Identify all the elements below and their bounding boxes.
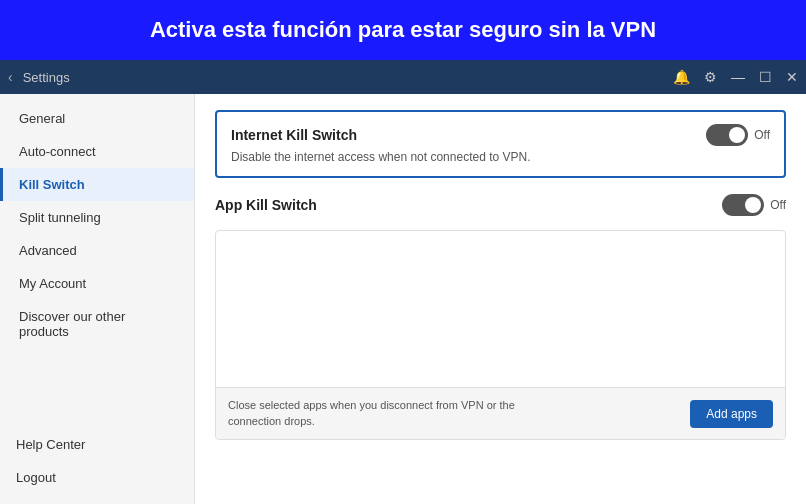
settings-icon[interactable]: ⚙ <box>704 69 717 85</box>
app-kill-switch-toggle[interactable] <box>722 194 764 216</box>
sidebar-item-split-tunneling[interactable]: Split tunneling <box>0 201 194 234</box>
internet-kill-switch-row: Internet Kill Switch Off Disable the int… <box>215 110 786 178</box>
internet-kill-switch-toggle-container: Off <box>706 124 770 146</box>
sidebar-item-discover[interactable]: Discover our other products <box>0 300 194 348</box>
app-kill-switch-toggle-container: Off <box>722 194 786 216</box>
minimize-icon[interactable]: — <box>731 69 745 85</box>
sidebar-item-auto-connect[interactable]: Auto-connect <box>0 135 194 168</box>
internet-kill-switch-title: Internet Kill Switch <box>231 127 357 143</box>
app-kill-switch-toggle-label: Off <box>770 198 786 212</box>
maximize-icon[interactable]: ☐ <box>759 69 772 85</box>
sidebar-item-my-account[interactable]: My Account <box>0 267 194 300</box>
content-area: Internet Kill Switch Off Disable the int… <box>195 94 806 504</box>
app-area-bottom: Close selected apps when you disconnect … <box>216 387 785 439</box>
sidebar-item-advanced[interactable]: Advanced <box>0 234 194 267</box>
internet-kill-switch-toggle-label: Off <box>754 128 770 142</box>
app-body: General Auto-connect Kill Switch Split t… <box>0 94 806 504</box>
banner: Activa esta función para estar seguro si… <box>0 0 806 60</box>
sidebar-item-kill-switch[interactable]: Kill Switch <box>0 168 194 201</box>
close-icon[interactable]: ✕ <box>786 69 798 85</box>
sidebar-item-logout[interactable]: Logout <box>0 461 194 494</box>
internet-kill-switch-subtitle: Disable the internet access when not con… <box>231 150 770 164</box>
banner-text: Activa esta función para estar seguro si… <box>150 17 656 42</box>
sidebar-bottom: Help Center Logout <box>0 428 194 504</box>
sidebar-nav: General Auto-connect Kill Switch Split t… <box>0 102 194 428</box>
sidebar-item-help-center[interactable]: Help Center <box>0 428 194 461</box>
app-area-note: Close selected apps when you disconnect … <box>228 398 538 429</box>
app-kill-switch-title: App Kill Switch <box>215 197 317 213</box>
sidebar-item-general[interactable]: General <box>0 102 194 135</box>
add-apps-button[interactable]: Add apps <box>690 400 773 428</box>
app-area: Close selected apps when you disconnect … <box>215 230 786 440</box>
app-kill-switch-section: App Kill Switch Off <box>215 194 786 230</box>
titlebar: ‹ Settings 🔔 ⚙ — ☐ ✕ <box>0 60 806 94</box>
app-kill-switch-header: App Kill Switch Off <box>215 194 786 216</box>
notification-icon[interactable]: 🔔 <box>673 69 690 85</box>
internet-kill-switch-header: Internet Kill Switch Off <box>231 124 770 146</box>
internet-kill-switch-toggle[interactable] <box>706 124 748 146</box>
sidebar: General Auto-connect Kill Switch Split t… <box>0 94 195 504</box>
back-icon[interactable]: ‹ <box>8 69 13 85</box>
titlebar-icons: 🔔 ⚙ — ☐ ✕ <box>673 69 798 85</box>
titlebar-title: Settings <box>23 70 673 85</box>
